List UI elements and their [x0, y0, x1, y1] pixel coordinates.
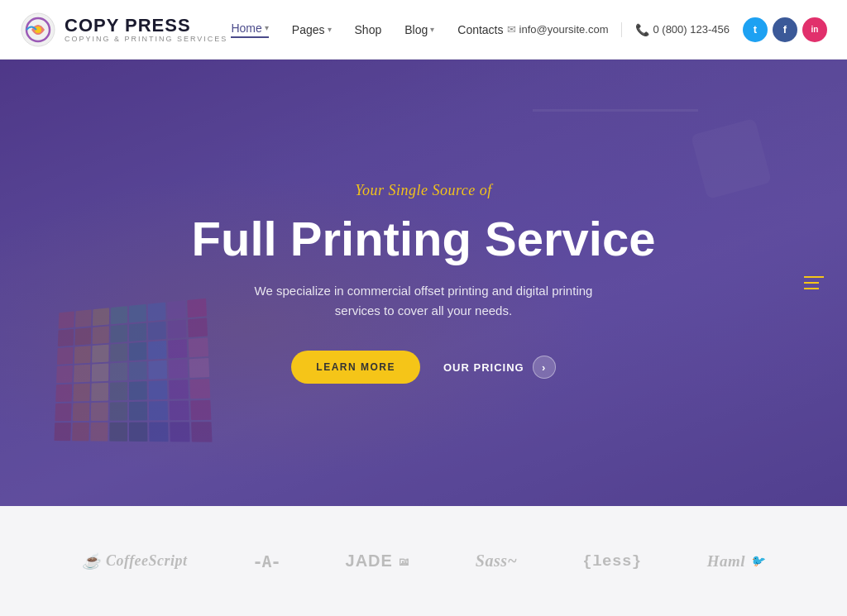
- social-instagram[interactable]: in: [802, 17, 827, 42]
- nav-item-pages[interactable]: Pages ▾: [292, 23, 332, 36]
- pricing-arrow-icon: ›: [533, 356, 556, 379]
- nav-item-shop[interactable]: Shop: [355, 23, 382, 36]
- brand-jade: JADE🖭: [346, 552, 410, 571]
- menu-line-3: [804, 288, 819, 289]
- hero-content: Your Single Source of Full Printing Serv…: [0, 60, 847, 506]
- social-icons: t f in: [743, 17, 827, 42]
- header-right: ✉ info@yoursite.com 📞 0 (800) 123-456 t …: [507, 17, 827, 42]
- logo-icon: [20, 12, 56, 48]
- social-facebook[interactable]: f: [773, 17, 797, 42]
- brand-angular: -A-: [253, 552, 280, 571]
- hero-title: Full Printing Service: [192, 212, 656, 265]
- menu-toggle[interactable]: [804, 276, 824, 289]
- email-link[interactable]: ✉ info@yoursite.com: [507, 23, 609, 36]
- email-address: info@yoursite.com: [519, 23, 609, 36]
- logo-title: COPY PRESS: [65, 17, 227, 35]
- coffeescript-icon: ☕: [82, 552, 101, 571]
- chevron-down-icon: ▾: [265, 23, 269, 32]
- contact-info: ✉ info@yoursite.com 📞 0 (800) 123-456: [507, 22, 730, 37]
- menu-line-2: [804, 282, 819, 284]
- chevron-down-icon: ▾: [430, 25, 434, 34]
- our-pricing-button[interactable]: OUR PRICING ›: [443, 356, 556, 379]
- pricing-label: OUR PRICING: [443, 361, 524, 374]
- contact-divider: [621, 22, 622, 37]
- nav-item-contacts[interactable]: Contacts: [457, 23, 503, 36]
- logo-text: COPY PRESS COPYING & PRINTING SERVICES: [65, 17, 227, 43]
- brands-bar: ☕ CoffeeScript -A- JADE🖭 Sass~ {less} Ha…: [0, 506, 847, 616]
- menu-line-1: [804, 276, 824, 278]
- social-twitter[interactable]: t: [743, 17, 768, 42]
- hero-section: Your Single Source of Full Printing Serv…: [0, 60, 847, 506]
- phone-icon: 📞: [635, 23, 649, 36]
- email-icon: ✉: [507, 23, 516, 36]
- hero-description: We specialize in commercial offset print…: [250, 281, 597, 321]
- nav-item-blog[interactable]: Blog ▾: [404, 23, 434, 36]
- brand-coffeescript: ☕ CoffeeScript: [82, 552, 187, 571]
- phone-link[interactable]: 📞 0 (800) 123-456: [635, 23, 730, 36]
- logo[interactable]: COPY PRESS COPYING & PRINTING SERVICES: [20, 12, 227, 48]
- logo-subtitle: COPYING & PRINTING SERVICES: [65, 35, 227, 43]
- phone-number: 0 (800) 123-456: [653, 23, 730, 36]
- hero-actions: LEARN MORE OUR PRICING ›: [291, 351, 555, 384]
- hero-subtitle: Your Single Source of: [355, 182, 492, 199]
- brand-less: {less}: [582, 552, 641, 571]
- nav-item-home[interactable]: Home ▾: [231, 21, 268, 38]
- chevron-down-icon: ▾: [328, 25, 332, 34]
- learn-more-button[interactable]: LEARN MORE: [291, 351, 420, 384]
- brand-haml: Haml 🐦: [707, 552, 765, 571]
- brand-sass: Sass~: [476, 552, 518, 571]
- header: COPY PRESS COPYING & PRINTING SERVICES H…: [0, 0, 847, 60]
- main-nav: Home ▾ Pages ▾ Shop Blog ▾ Contacts: [231, 21, 503, 38]
